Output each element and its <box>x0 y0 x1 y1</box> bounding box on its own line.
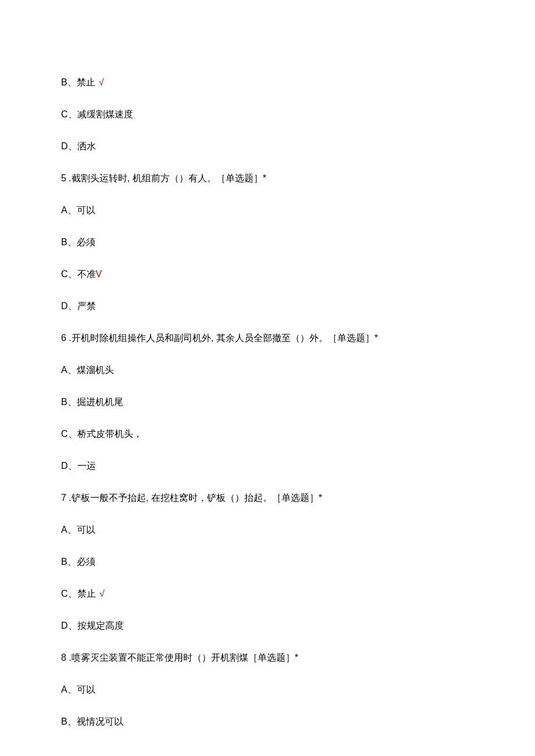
option-line: D、严禁 <box>61 299 474 313</box>
option-line: A、可以 <box>61 203 474 217</box>
q4-option-d: D、洒水 <box>61 141 96 151</box>
question-8: 8 .喷雾灭尘装置不能正常使用时（）开机割煤［单选题］* <box>61 651 474 665</box>
q7-option-c: C、禁止 <box>61 589 96 599</box>
option-line: A、可以 <box>61 683 474 697</box>
option-line: D、按规定高度 <box>61 619 474 633</box>
option-line: B、禁止 √ <box>61 76 474 89</box>
q8-num: 8 <box>61 653 66 662</box>
question-5: 5 .截割头运转时, 机组前方（）有人。［单选题］* <box>61 171 474 185</box>
q5-text: .截割头运转时, 机组前方（）有人。［单选题］* <box>66 173 266 183</box>
q6-option-a: A、煤溜机头 <box>61 365 114 375</box>
option-line: B、必须 <box>61 555 474 569</box>
q5-num: 5 <box>61 173 66 183</box>
q7-option-a: A、可以 <box>61 525 95 535</box>
option-line: B、掘进机机尾 <box>61 395 474 409</box>
q7-text: .铲板一般不予抬起, 在挖柱窝时，铲板（）抬起。［单选题］* <box>66 493 322 503</box>
q4-option-b: B、禁止 <box>61 77 95 87</box>
q6-num: 6 <box>61 333 66 343</box>
q7-num: 7 <box>61 493 66 503</box>
option-line: C、桥式皮带机头， <box>61 427 474 441</box>
q7-option-d: D、按规定高度 <box>61 621 124 630</box>
q7-option-b: B、必须 <box>61 557 95 567</box>
q8-text: .喷雾灭尘装置不能正常使用时（）开机割煤［单选题］* <box>66 653 298 662</box>
option-line: C、禁止 √ <box>61 587 474 601</box>
option-line: A、煤溜机头 <box>61 363 474 377</box>
question-7: 7 .铲板一般不予抬起, 在挖柱窝时，铲板（）抬起。［单选题］* <box>61 491 474 505</box>
q6-text: .开机时除机组操作人员和副司机外, 其余人员全部撤至（）外。［单选题］* <box>66 333 378 343</box>
q8-option-a: A、可以 <box>61 685 95 694</box>
option-line: C、不准V <box>61 267 474 281</box>
option-line: D、洒水 <box>61 139 474 153</box>
check-mark-icon: V <box>96 269 102 279</box>
option-line: B、视情况可以 <box>61 715 474 729</box>
option-line: D、一运 <box>61 459 474 473</box>
q4-option-c: C、减缓割煤速度 <box>61 109 133 119</box>
option-line: B、必须 <box>61 235 474 249</box>
option-line: C、减缓割煤速度 <box>61 108 474 121</box>
q6-option-b: B、掘进机机尾 <box>61 397 123 407</box>
option-line: A、可以 <box>61 523 474 537</box>
q6-option-d: D、一运 <box>61 461 96 471</box>
q5-option-c: C、不准 <box>61 269 96 279</box>
q5-option-b: B、必须 <box>61 237 95 247</box>
q5-option-d: D、严禁 <box>61 301 96 311</box>
q5-option-a: A、可以 <box>61 205 95 215</box>
q6-option-c: C、桥式皮带机头， <box>61 429 142 439</box>
q8-option-b: B、视情况可以 <box>61 716 123 726</box>
check-mark-icon: √ <box>97 589 105 599</box>
check-mark-icon: √ <box>97 77 104 87</box>
question-6: 6 .开机时除机组操作人员和副司机外, 其余人员全部撤至（）外。［单选题］* <box>61 331 474 345</box>
